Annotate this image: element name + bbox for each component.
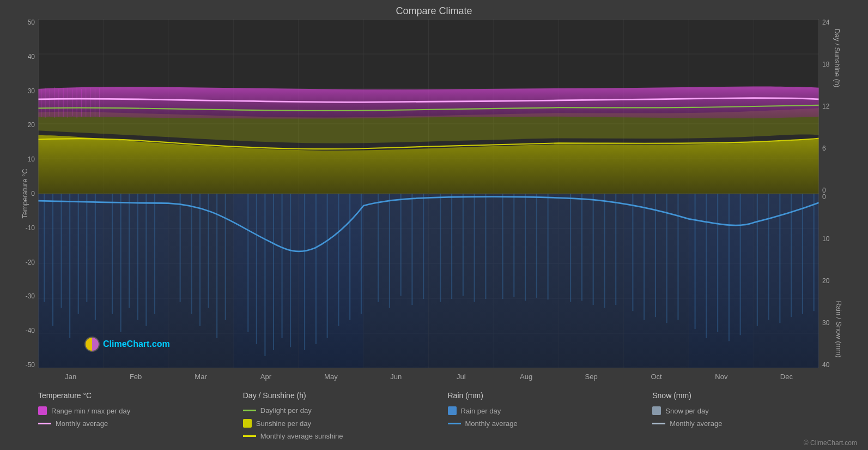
svg-rect-92 — [729, 194, 730, 341]
svg-rect-61 — [338, 194, 339, 326]
svg-rect-104 — [58, 89, 59, 117]
svg-rect-33 — [44, 194, 45, 302]
y-tick-right-top: 24 — [822, 19, 829, 26]
legend-snow-avg: Monthly average — [652, 419, 857, 428]
svg-rect-93 — [740, 194, 741, 335]
svg-rect-27 — [429, 194, 494, 368]
y-axis-left: Temperature °C 50403020100-10-20-30-40-5… — [0, 19, 38, 368]
svg-rect-99 — [814, 194, 815, 311]
svg-rect-71 — [463, 194, 464, 296]
legend-daylight: Daylight per day — [243, 406, 448, 415]
rain-day-label: Rain per day — [461, 407, 501, 415]
y-tick-left: 20 — [28, 122, 35, 128]
y-tick-left: 10 — [28, 156, 35, 163]
svg-rect-52 — [247, 194, 248, 332]
svg-rect-40 — [112, 194, 113, 314]
svg-rect-86 — [655, 194, 656, 317]
svg-rect-111 — [90, 88, 91, 117]
legend-sunshine-title: Day / Sunshine (h) — [243, 391, 448, 400]
rain-avg-swatch — [448, 423, 461, 424]
y-tick-left: -30 — [26, 293, 35, 299]
svg-rect-34 — [52, 194, 53, 326]
legend-temp: Temperature °C Range min / max per day M… — [38, 391, 243, 446]
svg-rect-94 — [757, 194, 758, 326]
svg-rect-26 — [363, 194, 428, 368]
svg-rect-101 — [45, 88, 45, 118]
y-tick-left: -40 — [26, 327, 35, 334]
svg-rect-105 — [63, 88, 64, 117]
svg-rect-70 — [451, 194, 452, 299]
x-axis-label: Dec — [754, 373, 819, 381]
y-tick-right-bottom: 0 — [822, 194, 829, 200]
svg-rect-76 — [525, 194, 526, 301]
y-axis-right-bottom-label: Rain / Snow (mm) — [834, 301, 842, 357]
svg-rect-72 — [474, 194, 475, 302]
snow-avg-label: Monthly average — [670, 419, 722, 428]
svg-rect-37 — [78, 194, 79, 314]
svg-rect-36 — [69, 194, 70, 338]
chart-title: Compare Climate — [0, 0, 868, 19]
svg-rect-46 — [180, 194, 181, 302]
rain-day-swatch — [448, 406, 457, 415]
y-tick-left: 40 — [28, 53, 35, 60]
y-tick-left: -20 — [26, 259, 35, 266]
y-tick-left: -50 — [26, 362, 35, 368]
rain-avg-label: Monthly average — [465, 419, 518, 428]
legend-rain-day: Rain per day — [448, 406, 653, 415]
x-axis-area: JanFebMarAprMayJunJulAugSepOctNovDec — [38, 368, 819, 385]
svg-rect-107 — [72, 89, 72, 116]
x-axis-label: Jun — [363, 373, 428, 381]
svg-rect-74 — [502, 194, 503, 299]
y-tick-right-bottom: 20 — [822, 278, 829, 284]
sunshine-avg-swatch — [243, 435, 256, 437]
y-axis-right-top-label: Day / Sunshine (h) — [834, 29, 842, 88]
temp-range-swatch — [38, 406, 47, 415]
daylight-swatch — [243, 410, 256, 411]
svg-rect-96 — [779, 194, 780, 323]
svg-rect-58 — [304, 194, 305, 350]
svg-rect-25 — [299, 194, 363, 368]
x-axis-label: Sep — [559, 373, 623, 381]
svg-rect-38 — [86, 194, 87, 302]
logo-circle-icon-bottom — [84, 337, 100, 352]
svg-rect-110 — [86, 88, 86, 117]
svg-rect-83 — [615, 194, 616, 305]
y-tick-right-bottom: 10 — [822, 236, 829, 242]
y-tick-left: 30 — [28, 88, 35, 94]
svg-rect-51 — [225, 194, 226, 320]
legend-sunshine-day: Sunshine per day — [243, 419, 448, 428]
svg-rect-73 — [485, 194, 486, 299]
snow-day-swatch — [652, 406, 661, 415]
x-axis-label: Nov — [689, 373, 754, 381]
legend-temp-title: Temperature °C — [38, 391, 243, 400]
x-axis-label: Oct — [624, 373, 689, 381]
svg-rect-56 — [282, 194, 283, 338]
svg-rect-82 — [604, 194, 605, 308]
svg-rect-45 — [154, 194, 155, 314]
svg-rect-85 — [644, 194, 645, 320]
x-axis-label: Mar — [168, 373, 233, 381]
x-axis-label: Jul — [429, 373, 494, 381]
svg-rect-64 — [378, 194, 379, 302]
y-tick-right-top: 6 — [822, 145, 829, 152]
svg-rect-75 — [513, 194, 514, 297]
svg-rect-80 — [581, 194, 582, 301]
svg-rect-112 — [95, 89, 95, 117]
snow-day-label: Snow per day — [665, 407, 709, 415]
x-axis-label: Feb — [103, 373, 168, 381]
y-tick-right-bottom: 40 — [822, 362, 829, 368]
svg-rect-81 — [593, 194, 594, 305]
svg-rect-35 — [61, 194, 62, 308]
svg-rect-60 — [327, 194, 328, 338]
svg-rect-89 — [695, 194, 696, 329]
y-tick-right-top: 12 — [822, 103, 829, 110]
sunshine-avg-label: Monthly average sunshine — [260, 432, 343, 440]
daylight-label: Daylight per day — [260, 406, 312, 415]
chart-inner: ClimeChart.com — [38, 19, 819, 368]
svg-rect-50 — [216, 194, 217, 338]
legend-snow: Snow (mm) Snow per day Monthly average — [652, 391, 857, 446]
svg-rect-63 — [361, 194, 362, 314]
y-tick-left: 50 — [28, 19, 35, 26]
svg-rect-106 — [68, 88, 68, 118]
svg-rect-31 — [689, 194, 754, 368]
